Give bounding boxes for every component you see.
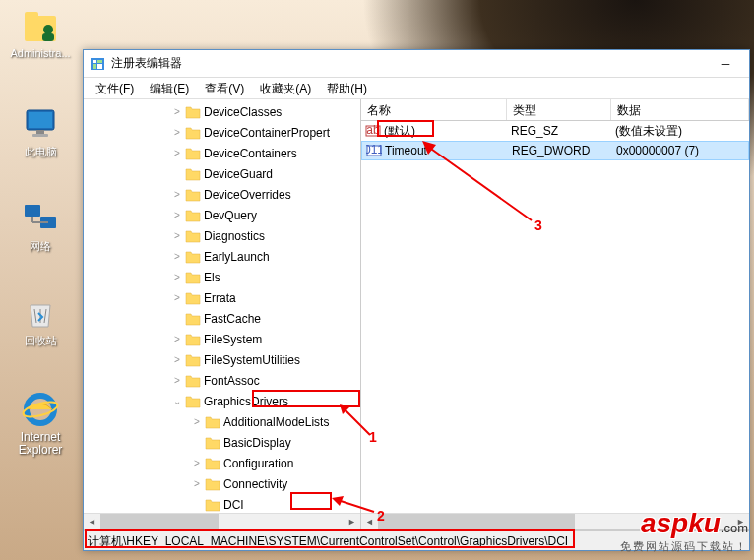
value-type: REG_DWORD [508, 144, 612, 157]
tree-expander[interactable]: > [170, 292, 184, 303]
scroll-right-button[interactable]: ► [344, 514, 360, 529]
menu-file[interactable]: 文件(F) [88, 78, 142, 98]
desktop-icon-label: 网络 [10, 240, 71, 253]
folder-icon [185, 291, 201, 305]
tree-expander[interactable]: > [190, 416, 204, 427]
watermark-com: .com [721, 521, 748, 535]
tree-expander[interactable]: > [170, 230, 184, 241]
folder-icon [185, 209, 201, 222]
tree-expander[interactable]: > [170, 334, 184, 344]
minimize-button[interactable]: ─ [708, 53, 743, 75]
folder-icon [185, 147, 201, 160]
tree-item[interactable]: >Errata [84, 287, 360, 308]
desktop-icon-ie[interactable]: InternetExplorer [10, 390, 71, 457]
folder-icon [185, 271, 201, 284]
scroll-thumb[interactable] [378, 514, 575, 529]
tree-item[interactable]: >FileSystemUtilities [84, 349, 360, 370]
tree-expander[interactable]: > [170, 189, 184, 200]
tree-expander[interactable]: > [190, 478, 204, 489]
tree-expander[interactable]: > [170, 272, 184, 282]
folder-icon [205, 457, 220, 470]
list-row[interactable]: ab(默认)REG_SZ(数值未设置) [361, 121, 749, 141]
tree-item[interactable]: BasicDisplay [84, 432, 360, 453]
menu-favorites[interactable]: 收藏夹(A) [252, 78, 319, 98]
column-type[interactable]: 类型 [507, 99, 611, 120]
tree-label: GraphicsDrivers [204, 395, 288, 408]
tree-label: Els [204, 271, 220, 284]
folder-icon [205, 477, 220, 491]
tree-panel: >DeviceClasses>DeviceContainerPropert>De… [84, 99, 361, 529]
tree-expander[interactable]: > [170, 210, 184, 220]
svg-rect-3 [42, 33, 54, 41]
tree-item[interactable]: >DeviceContainerPropert [84, 122, 360, 143]
tree-item[interactable]: >Els [84, 267, 360, 287]
network-icon [21, 199, 60, 238]
tree-scrollbar-h[interactable]: ◄ ► [84, 513, 360, 529]
svg-rect-6 [36, 130, 44, 134]
tree-item[interactable]: FastCache [84, 308, 360, 329]
column-name[interactable]: 名称 [361, 99, 507, 120]
svg-rect-8 [25, 205, 40, 217]
tree-expander[interactable]: > [190, 458, 204, 468]
svg-rect-16 [97, 60, 102, 63]
desktop-icon-network[interactable]: 网络 [10, 199, 71, 253]
tree-label: FileSystem [204, 333, 262, 346]
tree-item[interactable]: DCI [84, 494, 360, 513]
tree-item[interactable]: >DevQuery [84, 205, 360, 225]
tree-item[interactable]: >DeviceContainers [84, 143, 360, 163]
column-data[interactable]: 数据 [611, 99, 749, 120]
svg-rect-1 [25, 12, 38, 20]
scroll-left-button[interactable]: ◄ [84, 514, 100, 529]
list-row[interactable]: 011TimeoutREG_DWORD0x00000007 (7) [361, 141, 749, 160]
titlebar[interactable]: 注册表编辑器 ─ [84, 50, 749, 78]
list-panel: 名称 类型 数据 ab(默认)REG_SZ(数值未设置)011TimeoutRE… [361, 99, 749, 529]
tree-item[interactable]: >DeviceOverrides [84, 184, 360, 205]
window-title: 注册表编辑器 [111, 55, 708, 72]
tree-item[interactable]: >DeviceClasses [84, 101, 360, 122]
desktop-icon-label: 此电脑 [10, 146, 71, 158]
tree-expander[interactable]: > [170, 375, 184, 386]
tree-expander[interactable]: > [170, 251, 184, 262]
value-icon: ab [365, 123, 381, 139]
tree-label: AdditionalModeLists [223, 415, 329, 429]
tree-label: DCI [223, 498, 244, 512]
desktop-icon-admin[interactable]: Administra... [10, 6, 71, 60]
value-name: (默认) [384, 123, 415, 140]
tree-item[interactable]: >AdditionalModeLists [84, 411, 360, 432]
tree-item[interactable]: >Diagnostics [84, 225, 360, 246]
tree-item[interactable]: DeviceGuard [84, 163, 360, 184]
desktop-icon-pc[interactable]: 此电脑 [10, 104, 71, 158]
tree-label: DevQuery [204, 209, 257, 222]
folder-icon [185, 333, 201, 346]
tree-item[interactable]: >FontAssoc [84, 370, 360, 391]
tree-expander[interactable]: ⌄ [170, 396, 184, 406]
folder-icon [185, 105, 201, 119]
tree-expander[interactable]: > [170, 148, 184, 158]
tree-expander[interactable]: > [170, 106, 184, 117]
tree-label: Diagnostics [204, 229, 265, 243]
statusbar-path: 计算机\HKEY_LOCAL_MACHINE\SYSTEM\CurrentCon… [88, 534, 568, 548]
tree-item[interactable]: >FileSystem [84, 329, 360, 349]
scroll-left-button[interactable]: ◄ [361, 514, 378, 529]
svg-rect-7 [32, 134, 48, 137]
tree-item[interactable]: ⌄GraphicsDrivers [84, 391, 360, 411]
folder-icon [185, 126, 201, 140]
menu-view[interactable]: 查看(V) [197, 78, 252, 98]
tree-label: FileSystemUtilities [204, 353, 300, 367]
tree-expander[interactable]: > [170, 354, 184, 365]
folder-icon [185, 167, 201, 181]
tree-label: Connectivity [223, 477, 287, 491]
scroll-thumb[interactable] [100, 514, 219, 529]
folder-icon [205, 415, 220, 429]
folder-icon [185, 395, 201, 408]
tree-label: DeviceClasses [204, 105, 282, 119]
folder-icon [185, 312, 201, 326]
tree-expander[interactable]: > [170, 127, 184, 138]
menu-edit[interactable]: 编辑(E) [142, 78, 197, 98]
tree-item[interactable]: >Connectivity [84, 473, 360, 494]
desktop-icon-recycle[interactable]: 回收站 [10, 293, 71, 347]
value-icon: 011 [366, 143, 382, 158]
tree-item[interactable]: >Configuration [84, 453, 360, 473]
tree-item[interactable]: >EarlyLaunch [84, 246, 360, 267]
menu-help[interactable]: 帮助(H) [319, 78, 375, 98]
